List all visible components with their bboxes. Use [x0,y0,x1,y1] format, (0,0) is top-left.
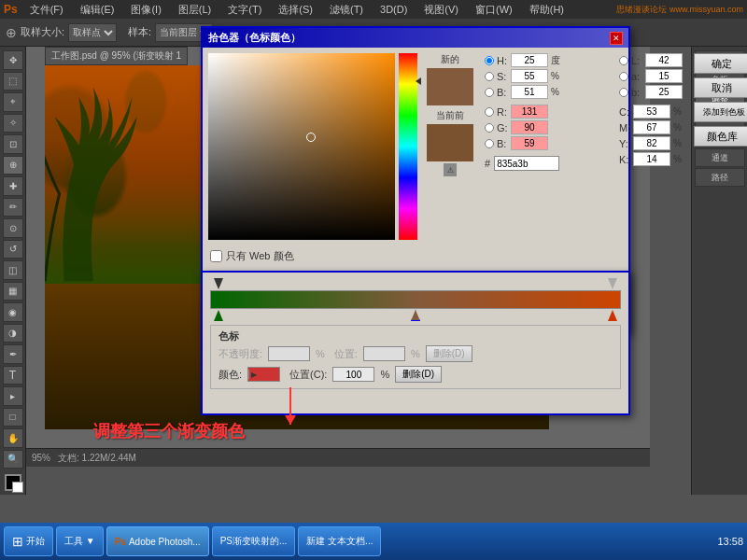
color-label: 颜色: [218,368,242,382]
color-swatch-arrow[interactable]: ▶ [248,370,258,379]
menu-file[interactable]: 文件(F) [25,1,68,19]
g-input[interactable] [511,120,548,134]
hue-bar[interactable] [399,53,417,240]
gradient-bar[interactable] [210,290,621,309]
menu-3d[interactable]: 3D(D) [375,2,412,17]
l-label: L: [631,55,642,66]
k-input[interactable] [633,152,670,166]
taskbar-tools[interactable]: 工具 ▼ [56,526,104,556]
hex-input[interactable] [494,156,559,171]
color-position-input[interactable] [332,367,374,382]
tool-dodge[interactable]: ◑ [3,324,23,343]
tool-eraser[interactable]: ◫ [3,260,23,280]
r-input[interactable] [511,105,548,119]
tool-path-select[interactable]: ▸ [3,386,23,406]
menu-window[interactable]: 窗口(W) [471,1,517,19]
tool-move[interactable]: ✥ [3,50,23,70]
web-only-label: 只有 Web 颜色 [226,249,294,263]
cancel-button[interactable]: 取消 [694,77,747,98]
color-stop-right[interactable] [608,310,617,321]
tool-gradient[interactable]: ▦ [3,282,23,301]
c-unit: % [673,106,682,117]
tool-heal[interactable]: ✚ [3,176,23,196]
tool-magic-wand[interactable]: ✧ [3,114,23,133]
color-stop-middle[interactable] [411,310,420,321]
c-input[interactable] [633,105,670,119]
m-input[interactable] [633,120,670,134]
dialog-close-button[interactable]: ✕ [610,32,623,45]
tool-zoom[interactable]: 🔍 [3,450,23,469]
app-logo: Ps [4,3,18,16]
b2-input[interactable] [511,136,548,150]
stop-controls: 色标 不透明度: % 位置: % 删除(D) 颜色: ▶ 位置(C): % 删除… [210,325,621,389]
tool-selection[interactable]: ⬚ [3,72,23,91]
b-input[interactable] [511,85,548,99]
tool-lasso[interactable]: ⌖ [3,92,23,112]
menu-image[interactable]: 图像(I) [126,1,165,19]
sample-size-select[interactable]: 取样点 [68,23,117,42]
s-input[interactable] [511,69,548,83]
hue-arrow-indicator [416,77,421,85]
b3-label: b: [631,87,642,98]
b-radio[interactable] [485,88,494,97]
tool-brush[interactable]: ✏ [3,198,23,217]
menu-view[interactable]: 视图(V) [419,1,463,19]
tool-stamp[interactable]: ⊙ [3,218,23,238]
menu-help[interactable]: 帮助(H) [525,1,569,19]
color-position-pct: % [380,369,389,380]
menu-edit[interactable]: 编辑(E) [76,1,120,19]
dialog-title-bar[interactable]: 拾色器（色标颜色） ✕ [203,28,628,48]
color-stop-swatch[interactable]: ▶ [247,367,280,382]
gradient-bar-container [203,273,628,321]
tool-crop[interactable]: ⊡ [3,134,23,154]
l-radio[interactable] [619,56,628,65]
tool-pen[interactable]: ✒ [3,344,23,364]
tool-text[interactable]: T [3,366,23,385]
s-radio[interactable] [485,72,494,81]
start-button[interactable]: ⊞ 开始 [4,526,53,556]
b3-input[interactable] [645,85,683,99]
a-input[interactable] [645,69,683,83]
tool-hand[interactable]: ✋ [3,428,23,448]
b-unit: % [551,87,559,97]
web-only-checkbox[interactable] [210,250,222,262]
current-color-swatch[interactable] [427,124,473,161]
menu-layer[interactable]: 图层(L) [174,1,216,19]
h-input[interactable] [511,53,548,67]
opacity-input [268,346,310,361]
color-gradient-square[interactable] [208,53,395,240]
b2-radio[interactable] [485,139,494,148]
color-stop-left[interactable] [214,310,223,321]
delete-color-stop-button[interactable]: 删除(D) [395,366,442,383]
tool-blur[interactable]: ◉ [3,302,23,322]
start-label: 开始 [26,535,45,548]
taskbar-ps-label: Adobe Photosh... [129,537,201,547]
tool-eyedropper[interactable]: ⊕ [3,156,23,175]
taskbar-ps[interactable]: Ps Adobe Photosh... [106,526,209,556]
h-radio[interactable] [485,56,494,65]
web-color-icon: ⚠ [444,163,457,176]
m-unit: % [673,122,682,133]
l-input[interactable] [645,53,683,67]
tool-shape[interactable]: □ [3,408,23,427]
menu-select[interactable]: 选择(S) [274,1,317,19]
canvas-tab[interactable]: 工作图.psd @ 95% (渐变映射 1 [45,47,188,65]
color-library-button[interactable]: 颜色库 [694,126,747,147]
tool-history-brush[interactable]: ↺ [3,240,23,259]
menu-text[interactable]: 文字(T) [223,1,266,19]
color-picker-cursor [306,133,316,142]
add-to-swatch-button[interactable]: 添加到色板 [694,102,747,122]
ok-button[interactable]: 确定 [694,53,747,74]
a-radio[interactable] [619,72,628,81]
opacity-stop-left[interactable] [214,278,223,289]
r-radio[interactable] [485,107,494,117]
taskbar-gradient[interactable]: PS渐变映射的... [212,526,296,556]
y-input[interactable] [633,136,670,150]
new-color-swatch[interactable] [427,68,473,105]
opacity-stop-right[interactable] [608,278,617,289]
taskbar-notepad[interactable]: 新建 文本文档... [298,526,381,556]
color-saturation-value[interactable] [208,53,395,240]
menu-filter[interactable]: 滤镜(T) [325,1,368,19]
g-radio[interactable] [485,123,494,133]
b3-radio[interactable] [619,88,628,97]
